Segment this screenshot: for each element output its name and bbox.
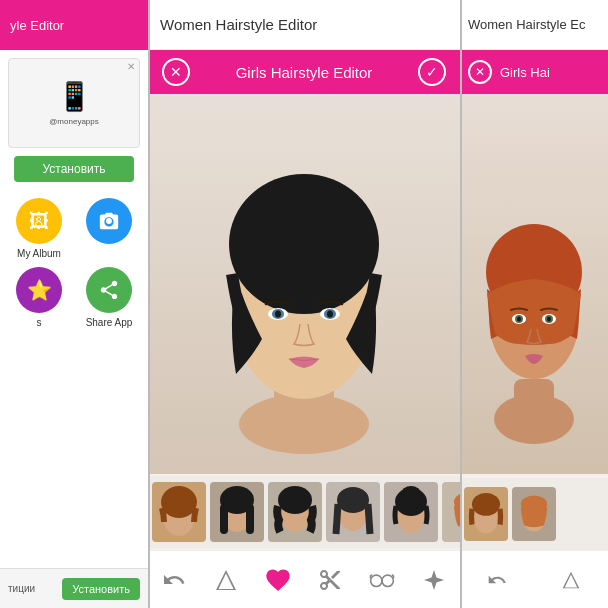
right-toolbar-undo-button[interactable]: [479, 562, 515, 598]
right-face-svg: [469, 124, 599, 444]
share-icon-circle: [86, 267, 132, 313]
svg-point-11: [161, 486, 197, 518]
toolbar-glasses-button[interactable]: [364, 562, 400, 598]
svg-point-39: [472, 493, 500, 516]
toolbar-scissors-button[interactable]: [312, 562, 348, 598]
svg-point-6: [275, 311, 281, 318]
center-face-svg: [194, 114, 414, 454]
purple-label: s: [37, 317, 42, 328]
ad-text: @moneyapps: [49, 117, 98, 126]
svg-point-34: [517, 317, 521, 322]
center-hairstyle-row: [148, 476, 460, 548]
svg-point-9: [327, 311, 333, 318]
album-icon-circle: 🖼: [16, 198, 62, 244]
install-bar-label: тиции: [8, 583, 35, 594]
center-subheader: ✕ Girls Hairstyle Editor ✓: [148, 50, 460, 94]
share-item[interactable]: Share App: [78, 267, 140, 328]
left-icons-grid: 🖼 My Album ⭐ s Share App: [0, 190, 148, 336]
toolbar-shape-button[interactable]: [208, 562, 244, 598]
right-panel: Women Hairstyle Ec ✕ Girls Hai: [460, 0, 608, 608]
center-subheader-title: Girls Hairstyle Editor: [236, 64, 373, 81]
svg-rect-15: [246, 504, 254, 534]
install-bar-button[interactable]: Установить: [62, 578, 140, 600]
svg-rect-29: [514, 379, 554, 434]
right-hair-thumb-1[interactable]: [464, 487, 508, 541]
toolbar-undo-button[interactable]: [156, 562, 192, 598]
left-header: yle Editor: [0, 0, 148, 50]
hair-thumb-4[interactable]: [326, 482, 380, 542]
purple-item[interactable]: ⭐ s: [8, 267, 70, 328]
svg-point-26: [382, 575, 393, 586]
center-check-icon: ✓: [426, 64, 438, 80]
right-header-title: Women Hairstyle Ec: [468, 17, 586, 32]
right-header: Women Hairstyle Ec: [460, 0, 608, 50]
svg-point-17: [278, 486, 312, 514]
toolbar-heart-button[interactable]: [260, 562, 296, 598]
share-label: Share App: [86, 317, 133, 328]
album-label: My Album: [17, 248, 61, 259]
ad-box: ✕ 📱 @moneyapps: [8, 58, 140, 148]
hair-thumb-3[interactable]: [268, 482, 322, 542]
svg-rect-14: [220, 504, 228, 534]
right-close-icon: ✕: [475, 65, 485, 79]
camera-item[interactable]: [78, 198, 140, 259]
purple-icon-circle: ⭐: [16, 267, 62, 313]
toolbar-sparkle-button[interactable]: [416, 562, 452, 598]
center-panel: Women Hairstyle Editor ✕ Girls Hairstyle…: [148, 0, 460, 608]
right-toolbar-shape-button[interactable]: [553, 562, 589, 598]
hair-thumb-1[interactable]: [152, 482, 206, 542]
hair-thumb-5[interactable]: [384, 482, 438, 542]
left-panel: yle Editor ✕ 📱 @moneyapps Установить 🖼 M…: [0, 0, 148, 608]
center-bottom-toolbar: [148, 550, 460, 608]
install-bar: тиции Установить: [0, 568, 148, 608]
svg-point-41: [521, 496, 547, 514]
center-face-area: [148, 94, 460, 474]
right-subheader: ✕ Girls Hai: [460, 50, 608, 94]
center-check-button[interactable]: ✓: [418, 58, 446, 86]
hair-thumb-2[interactable]: [210, 482, 264, 542]
ad-install-button[interactable]: Установить: [14, 156, 134, 182]
right-hair-thumb-2[interactable]: [512, 487, 556, 541]
svg-point-25: [371, 575, 382, 586]
camera-icon-circle: [86, 198, 132, 244]
right-hairstyle-row: [460, 478, 608, 550]
center-close-icon: ✕: [170, 64, 182, 80]
right-close-button[interactable]: ✕: [468, 60, 492, 84]
center-header-title: Women Hairstyle Editor: [160, 16, 317, 33]
right-bottom-toolbar: [460, 550, 608, 608]
left-header-text: yle Editor: [10, 18, 64, 33]
right-subheader-title: Girls Hai: [500, 65, 550, 80]
right-divider: [460, 0, 462, 608]
svg-point-37: [547, 317, 551, 322]
ad-close-icon[interactable]: ✕: [127, 61, 135, 72]
album-item[interactable]: 🖼 My Album: [8, 198, 70, 259]
left-divider: [148, 0, 150, 608]
svg-point-22: [401, 486, 421, 502]
center-header: Women Hairstyle Editor: [148, 0, 460, 50]
svg-point-19: [337, 487, 369, 513]
center-close-button[interactable]: ✕: [162, 58, 190, 86]
right-face-area: [460, 94, 608, 474]
hair-thumb-6[interactable]: [442, 482, 460, 542]
phone-icon: 📱: [57, 80, 92, 113]
